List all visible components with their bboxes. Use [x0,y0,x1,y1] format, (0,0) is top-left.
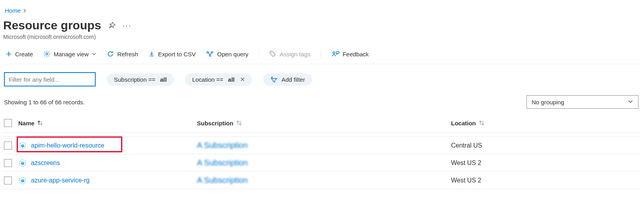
grouping-value: No grouping [532,99,564,106]
column-header-subscription[interactable]: Subscription [197,120,451,127]
row-checkbox[interactable] [4,159,12,167]
tag-icon [269,50,276,58]
manage-view-button[interactable]: Manage view [43,50,96,58]
toolbar-separator [321,50,321,58]
page-header: Resource groups ··· [3,16,641,32]
table-row: apim-hello-world-resource A Subscription… [3,137,641,154]
toolbar: Create Manage view Refresh Export to CSV… [3,46,641,64]
add-filter-label: Add filter [282,76,305,83]
create-label: Create [15,51,33,58]
filter-loc-label: Location == [192,76,223,83]
row-checkbox[interactable] [4,177,12,184]
filter-input[interactable] [4,72,96,86]
subscription-link[interactable]: A Subscription [197,141,248,150]
row-checkbox[interactable] [4,142,12,150]
column-header-name[interactable]: Name [18,120,197,127]
svg-rect-6 [336,52,339,54]
download-icon [148,51,155,57]
breadcrumb: Home [3,3,641,16]
svg-point-0 [46,53,48,55]
chevron-right-icon [23,7,27,14]
resource-group-link[interactable]: azure-app-service-rg [31,177,90,184]
table-scroll-cut [3,133,641,137]
filter-sub-value: all [160,76,167,83]
record-count: Showing 1 to 66 of 66 records. [4,99,85,106]
resource-group-link[interactable]: apim-hello-world-resource [31,142,104,149]
plus-icon [6,51,12,57]
svg-point-2 [211,52,213,53]
refresh-button[interactable]: Refresh [107,50,138,58]
feedback-label: Feedback [343,51,369,58]
toolbar-separator [258,50,259,58]
open-query-button[interactable]: Open query [206,50,248,58]
grouping-dropdown[interactable]: No grouping [526,95,638,109]
export-csv-button[interactable]: Export to CSV [148,51,196,58]
subscription-link[interactable]: A Subscription [197,176,248,185]
chevron-down-icon [628,99,633,106]
filter-pill-location[interactable]: Location == all [185,73,252,86]
assign-tags-label: Assign tags [280,51,310,58]
location-text: West US 2 [451,159,481,167]
table-body: apim-hello-world-resource A Subscription… [3,137,641,189]
filter-pill-subscription[interactable]: Subscription == all [107,73,174,86]
sort-icon [478,120,485,126]
more-icon[interactable]: ··· [123,21,132,30]
gear-icon [43,50,50,58]
feedback-button[interactable]: Feedback [332,50,369,58]
filter-row: Subscription == all Location == all Add … [3,64,641,86]
resource-group-link[interactable]: azscreens [31,159,60,167]
table-row: azure-app-service-rg A Subscription West… [3,172,641,189]
close-icon[interactable] [240,76,245,83]
page-title: Resource groups [3,19,101,32]
subscription-link[interactable]: A Subscription [197,158,248,167]
table-header: Name Subscription Location [3,113,641,133]
add-filter-button[interactable]: Add filter [263,73,312,86]
svg-point-5 [333,52,335,54]
resource-group-icon [18,176,27,185]
create-button[interactable]: Create [6,51,33,58]
tenant-subtitle: Microsoft (microsoft.onmicrosoft.com) [3,34,641,40]
col-loc-label: Location [451,120,476,127]
column-header-location[interactable]: Location [451,120,638,127]
filter-loc-value: all [228,76,235,83]
pin-icon[interactable] [108,22,116,29]
open-query-label: Open query [217,51,248,58]
sort-icon [236,120,242,126]
refresh-icon [107,50,114,58]
export-csv-label: Export to CSV [158,51,196,58]
sort-icon [37,120,43,126]
location-text: West US 2 [451,177,481,184]
svg-point-3 [209,55,211,56]
select-all-checkbox[interactable] [4,119,12,127]
svg-point-1 [207,52,208,53]
filter-sub-label: Subscription == [114,76,155,83]
feedback-icon [332,50,339,58]
resource-group-icon [18,159,27,167]
chevron-down-icon [92,51,96,58]
status-row: Showing 1 to 66 of 66 records. No groupi… [3,86,641,113]
breadcrumb-home-link[interactable]: Home [5,7,21,14]
manage-view-label: Manage view [54,51,89,58]
add-filter-icon [270,76,278,83]
location-text: Central US [451,142,482,149]
resource-group-icon [18,141,27,150]
refresh-label: Refresh [117,51,138,58]
col-name-label: Name [18,120,35,127]
col-sub-label: Subscription [197,120,233,127]
table-row: azscreens A Subscription West US 2 [3,154,641,172]
assign-tags-button: Assign tags [269,50,310,58]
query-icon [206,50,214,58]
svg-point-4 [271,52,272,53]
